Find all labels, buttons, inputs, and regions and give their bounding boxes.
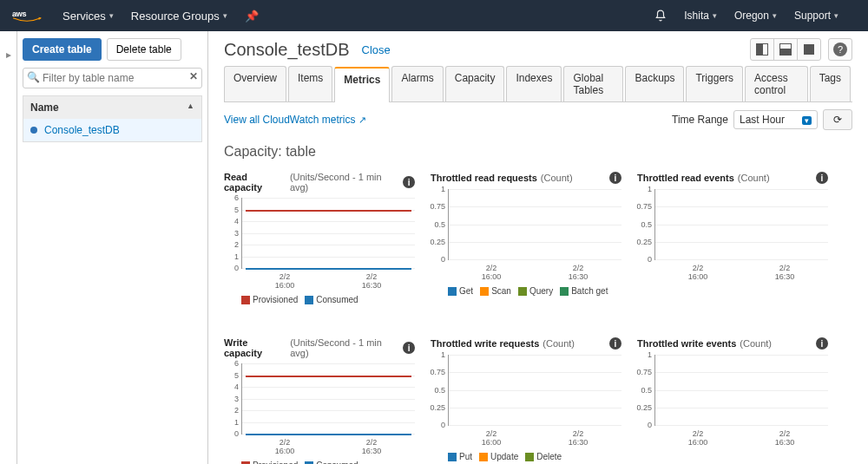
sidebar-collapse-handle[interactable]: ▸ — [0, 31, 17, 464]
nav-resource-groups[interactable]: Resource Groups▾ — [131, 10, 227, 23]
dropdown-caret-icon: ▾ — [802, 116, 812, 125]
clear-filter-icon[interactable]: ✕ — [189, 70, 198, 82]
info-icon[interactable]: i — [403, 342, 415, 354]
info-icon[interactable]: i — [816, 337, 828, 350]
table-link[interactable]: Console_testDB — [44, 124, 120, 136]
nav-region[interactable]: Oregon▾ — [734, 10, 777, 22]
y-tick: 0.75 — [430, 368, 445, 376]
nav-services[interactable]: Services▾ — [62, 10, 114, 23]
y-tick: 1 — [223, 252, 239, 261]
legend-item: Provisioned — [241, 461, 298, 464]
aws-logo[interactable]: aws — [12, 7, 42, 24]
legend-item: Consumed — [305, 461, 358, 464]
y-tick: 1 — [430, 350, 445, 359]
y-tick: 0 — [430, 255, 445, 264]
table-row[interactable]: Console_testDB — [23, 119, 202, 142]
chart-plot[interactable]: 00.250.50.751 — [654, 355, 828, 426]
tab-items[interactable]: Items — [288, 66, 332, 101]
split-left-icon — [756, 43, 768, 56]
top-nav: aws Services▾ Resource Groups▾ 📌 Ishita▾… — [0, 0, 868, 31]
tab-alarms[interactable]: Alarms — [391, 66, 443, 101]
legend-item: Get — [448, 286, 473, 296]
chart-plot[interactable]: 0123456 — [241, 198, 415, 269]
create-table-button[interactable]: Create table — [23, 38, 102, 61]
delete-table-button[interactable]: Delete table — [107, 38, 181, 61]
time-range-label: Time Range — [672, 114, 728, 126]
chart-title-text: Throttled read requests — [431, 173, 537, 183]
chart-subtitle: (Count) — [541, 173, 573, 183]
help-button[interactable]: ? — [828, 38, 852, 61]
y-tick: 1 — [223, 418, 239, 427]
y-tick: 3 — [223, 395, 239, 403]
view-cloudwatch-link[interactable]: View all CloudWatch metrics↗ — [224, 114, 366, 126]
chart-title-text: Throttled read events — [637, 173, 734, 183]
legend-item: Provisioned — [241, 295, 298, 304]
legend-item: Consumed — [305, 295, 358, 304]
x-axis: 2/216:002/216:30 — [241, 438, 415, 455]
nav-user[interactable]: Ishita▾ — [684, 10, 717, 22]
tabs: OverviewItemsMetricsAlarmsCapacityIndexe… — [224, 66, 852, 102]
pin-icon[interactable]: 📌 — [245, 10, 259, 23]
layout-split-left-button[interactable] — [750, 38, 774, 61]
chart-plot[interactable]: 00.250.50.751 — [448, 189, 621, 260]
chart-title-text: Throttled write events — [637, 338, 736, 349]
split-bottom-icon — [779, 43, 792, 56]
chart-plot[interactable]: 0123456 — [241, 363, 415, 435]
series-line-consumed — [246, 434, 411, 435]
tab-indexes[interactable]: Indexes — [506, 66, 562, 101]
chart-read_capacity: Read capacity (Units/Second - 1 min avg)… — [224, 172, 415, 304]
y-tick: 0.25 — [636, 238, 652, 246]
legend-item: Batch get — [560, 286, 608, 296]
refresh-button[interactable]: ⟳ — [823, 109, 852, 130]
legend-item: Update — [479, 452, 518, 461]
y-tick: 0.75 — [636, 368, 652, 376]
close-link[interactable]: Close — [362, 43, 391, 56]
tab-access-control[interactable]: Access control — [745, 66, 808, 101]
legend-item: Scan — [480, 286, 511, 296]
tab-backups[interactable]: Backups — [625, 66, 684, 101]
legend-swatch — [479, 453, 488, 461]
chart-legend: ProvisionedConsumed — [241, 295, 415, 304]
y-tick: 0 — [223, 429, 239, 438]
series-line-provisioned — [246, 376, 411, 377]
tab-triggers[interactable]: Triggers — [686, 66, 743, 101]
series-line-provisioned — [246, 210, 411, 212]
filter-input[interactable] — [23, 68, 202, 88]
legend-item: Put — [448, 452, 472, 461]
chart-title-text: Read capacity — [224, 172, 286, 193]
y-tick: 0.25 — [430, 403, 445, 412]
y-tick: 2 — [223, 240, 239, 249]
tab-tags[interactable]: Tags — [810, 66, 851, 101]
tab-overview[interactable]: Overview — [224, 66, 286, 101]
chart-legend: PutUpdateDeleteBatch write — [448, 452, 621, 464]
chart-throttled_read_requests: Throttled read requests (Count)i00.250.5… — [431, 172, 621, 304]
layout-full-button[interactable] — [797, 38, 821, 61]
table-header[interactable]: Name ▲ — [23, 95, 202, 119]
chart-plot[interactable]: 00.250.50.751 — [448, 355, 621, 426]
chart-subtitle: (Count) — [738, 173, 770, 183]
chart-plot[interactable]: 00.250.50.751 — [654, 189, 828, 260]
table-filter: 🔍 ✕ — [23, 68, 202, 88]
y-tick: 0 — [430, 421, 445, 429]
tab-global-tables[interactable]: Global Tables — [563, 66, 623, 101]
info-icon[interactable]: i — [609, 172, 621, 184]
chart-legend: ProvisionedConsumed — [241, 461, 415, 464]
nav-support[interactable]: Support▾ — [794, 10, 838, 22]
info-icon[interactable]: i — [816, 172, 828, 184]
notifications-icon[interactable] — [654, 10, 667, 22]
info-icon[interactable]: i — [609, 337, 621, 350]
chart-subtitle: (Count) — [740, 338, 772, 349]
chevron-down-icon: ▾ — [713, 11, 717, 20]
info-icon[interactable]: i — [403, 176, 415, 188]
chart-throttled_write_requests: Throttled write requests (Count)i00.250.… — [431, 337, 621, 464]
tab-metrics[interactable]: Metrics — [334, 67, 390, 102]
y-tick: 0.75 — [636, 202, 652, 211]
chart-throttled_read_events: Throttled read events (Count)i00.250.50.… — [637, 172, 828, 304]
time-range-select[interactable]: Last Hour▾ — [733, 110, 818, 129]
tab-capacity[interactable]: Capacity — [445, 66, 505, 101]
col-name-header: Name — [30, 101, 59, 114]
y-tick: 0.5 — [636, 220, 652, 229]
chart-title-text: Throttled write requests — [431, 338, 539, 349]
y-tick: 4 — [223, 217, 239, 225]
layout-split-bottom-button[interactable] — [773, 38, 798, 61]
